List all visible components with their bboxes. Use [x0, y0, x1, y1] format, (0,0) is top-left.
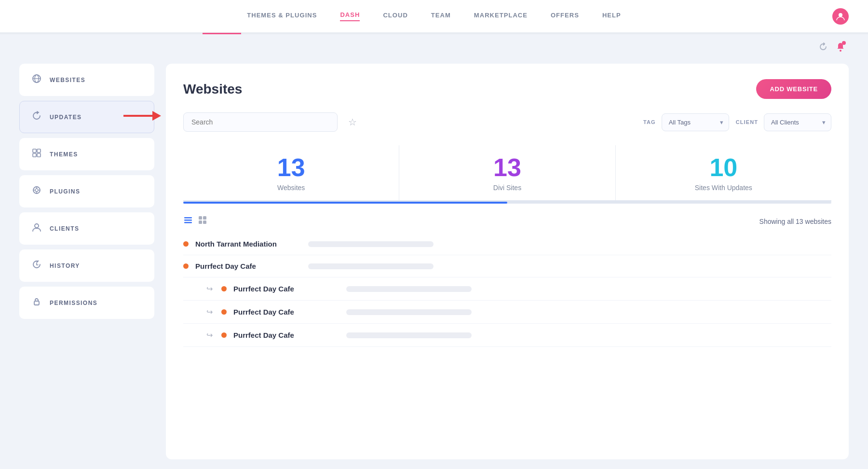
svg-point-15 — [35, 224, 39, 228]
website-name: Purrfect Day Cafe — [233, 308, 339, 316]
nav-offers[interactable]: OFFERS — [551, 12, 579, 21]
svg-rect-21 — [203, 216, 206, 220]
notif-dot — [842, 41, 846, 45]
websites-label: WEBSITES — [50, 77, 85, 83]
stat-websites-count: 13 — [183, 155, 399, 180]
page-title: Websites — [183, 82, 242, 97]
sidebar-item-permissions[interactable]: PERMISSIONS — [19, 287, 154, 319]
view-toggle — [183, 215, 207, 227]
website-url — [346, 332, 472, 338]
history-label: HISTORY — [50, 262, 80, 269]
top-navigation: THEMES & PLUGINS DASH CLOUD TEAM MARKETP… — [0, 0, 868, 33]
plugins-icon — [31, 185, 42, 197]
sub-arrow-icon: ↪ — [206, 284, 213, 293]
website-row[interactable]: North Tarrant Mediation — [183, 233, 831, 255]
nav-themes-plugins[interactable]: THEMES & PLUGINS — [247, 12, 317, 21]
client-filter-group: CLIENT All Clients — [736, 113, 831, 131]
website-name: Purrfect Day Cafe — [233, 285, 339, 293]
list-toolbar: Showing all 13 websites — [183, 215, 831, 227]
updates-icon — [31, 111, 42, 123]
stat-updates-label: Sites With Updates — [616, 184, 831, 192]
search-input[interactable] — [183, 112, 338, 132]
tag-filter-group: TAG All Tags — [643, 113, 729, 131]
sidebar-item-history[interactable]: HISTORY — [19, 249, 154, 282]
notification-icon[interactable] — [836, 42, 845, 54]
sub-arrow-icon: ↪ — [206, 307, 213, 317]
sidebar-item-clients[interactable]: CLIENTS — [19, 212, 154, 245]
sidebar-item-themes[interactable]: THEMES — [19, 138, 154, 170]
client-select[interactable]: All Clients — [764, 113, 831, 131]
list-view-icon[interactable] — [183, 215, 193, 227]
add-website-button[interactable]: ADD WEBSITE — [756, 79, 831, 99]
updates-label: UPDATES — [50, 114, 82, 121]
status-dot — [221, 309, 227, 315]
svg-rect-22 — [199, 221, 202, 224]
grid-view-icon[interactable] — [198, 215, 207, 227]
status-dot — [221, 332, 227, 338]
sidebar: WEBSITES UPDATES THEMES — [19, 64, 154, 459]
website-name: North Tarrant Mediation — [195, 240, 301, 248]
nav-marketplace[interactable]: MARKETPLACE — [474, 12, 528, 21]
stat-updates: 10 Sites With Updates — [616, 145, 831, 200]
permissions-label: PERMISSIONS — [50, 300, 97, 306]
arrow-indicator — [123, 111, 161, 121]
website-url — [346, 309, 472, 315]
website-row[interactable]: ↪ Purrfect Day Cafe — [183, 277, 831, 301]
stat-divi-label: Divi Sites — [399, 184, 615, 192]
main-content: Websites ADD WEBSITE ☆ TAG All Tags CLIE… — [166, 64, 849, 459]
user-avatar[interactable] — [832, 8, 849, 25]
permissions-icon — [31, 297, 42, 309]
client-label: CLIENT — [736, 119, 758, 125]
plugins-label: PLUGINS — [50, 188, 80, 195]
stats-progress-bar — [183, 202, 831, 204]
website-row[interactable]: ↪ Purrfect Day Cafe — [183, 324, 831, 347]
svg-rect-20 — [199, 216, 202, 220]
website-url — [308, 263, 434, 269]
stat-websites: 13 Websites — [183, 145, 399, 200]
stat-updates-count: 10 — [616, 155, 831, 180]
status-dot — [221, 286, 227, 291]
tag-select[interactable]: All Tags — [662, 113, 729, 131]
showing-count: Showing all 13 websites — [760, 218, 831, 225]
svg-rect-19 — [184, 222, 192, 223]
themes-label: THEMES — [50, 151, 78, 158]
action-bar — [0, 34, 868, 54]
nav-help[interactable]: HELP — [602, 12, 621, 21]
content-header: Websites ADD WEBSITE — [183, 79, 831, 99]
svg-point-10 — [35, 189, 38, 192]
svg-point-0 — [839, 13, 842, 17]
svg-rect-17 — [184, 217, 192, 219]
website-name: Purrfect Day Cafe — [195, 262, 301, 270]
themes-icon — [31, 148, 42, 160]
stat-divi-count: 13 — [399, 155, 615, 180]
nav-dash[interactable]: DASH — [340, 11, 360, 21]
sidebar-item-websites[interactable]: WEBSITES — [19, 64, 154, 96]
svg-rect-7 — [33, 153, 36, 157]
sub-arrow-icon: ↪ — [206, 331, 213, 340]
nav-cloud[interactable]: CLOUD — [383, 12, 407, 21]
website-row[interactable]: ↪ Purrfect Day Cafe — [183, 301, 831, 324]
stat-divi: 13 Divi Sites — [399, 145, 615, 200]
stat-websites-label: Websites — [183, 184, 399, 192]
website-url — [346, 286, 472, 292]
svg-rect-8 — [37, 153, 41, 157]
tag-select-wrapper: All Tags — [662, 113, 729, 131]
nav-links: THEMES & PLUGINS DASH CLOUD TEAM MARKETP… — [247, 11, 621, 21]
tag-label: TAG — [643, 119, 656, 125]
svg-rect-16 — [34, 301, 39, 305]
website-row[interactable]: Purrfect Day Cafe — [183, 255, 831, 277]
globe-icon — [31, 74, 42, 86]
website-name: Purrfect Day Cafe — [233, 331, 339, 339]
filter-row: ☆ TAG All Tags CLIENT All Clients — [183, 112, 831, 132]
clients-icon — [31, 222, 42, 234]
client-select-wrapper: All Clients — [764, 113, 831, 131]
stats-progress-fill — [183, 202, 507, 204]
nav-team[interactable]: TEAM — [431, 12, 451, 21]
refresh-icon[interactable] — [819, 42, 827, 54]
clients-label: CLIENTS — [50, 225, 79, 232]
sidebar-item-plugins[interactable]: PLUGINS — [19, 175, 154, 207]
website-url — [308, 241, 434, 247]
favorite-icon[interactable]: ☆ — [348, 116, 357, 128]
status-dot — [183, 263, 189, 269]
stats-row: 13 Websites 13 Divi Sites 10 Sites With … — [183, 145, 831, 202]
